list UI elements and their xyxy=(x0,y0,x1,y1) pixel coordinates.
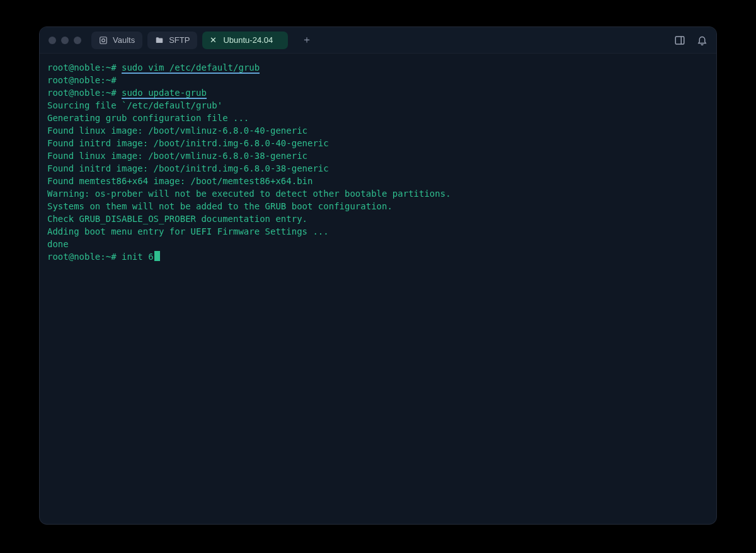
output-line: Warning: os-prober will not be executed … xyxy=(47,187,709,200)
output-line: Adding boot menu entry for UEFI Firmware… xyxy=(47,225,709,238)
cmd-update-grub: sudo update-grub xyxy=(122,88,207,99)
titlebar: Vaults SFTP ✕ Ubuntu-24.04 ＋ xyxy=(40,27,716,54)
cmd-init6: init 6 xyxy=(122,252,154,262)
maximize-dot[interactable] xyxy=(74,37,81,44)
prompt: root@noble:~# xyxy=(47,75,117,85)
tab-sftp[interactable]: SFTP xyxy=(147,32,197,49)
output-line: Found memtest86+x64 image: /boot/memtest… xyxy=(47,175,709,187)
bell-icon[interactable] xyxy=(697,35,707,45)
prompt: root@noble:~# xyxy=(47,252,117,262)
panel-icon[interactable] xyxy=(674,35,685,46)
tab-vaults-label: Vaults xyxy=(113,35,135,45)
tab-vaults[interactable]: Vaults xyxy=(91,32,142,49)
output-line: Systems on them will not be added to the… xyxy=(47,200,709,212)
output-line: done xyxy=(47,238,709,250)
new-tab-button[interactable]: ＋ xyxy=(298,32,316,49)
output-line: Found initrd image: /boot/initrd.img-6.8… xyxy=(47,137,709,149)
svg-rect-0 xyxy=(100,37,107,44)
window-controls xyxy=(49,37,86,44)
tab-close-icon[interactable]: ✕ xyxy=(210,35,217,45)
close-dot[interactable] xyxy=(49,37,56,44)
prompt: root@noble:~# xyxy=(47,88,117,98)
tab-sftp-label: SFTP xyxy=(169,35,190,45)
svg-rect-2 xyxy=(675,37,684,44)
output-line: Found initrd image: /boot/initrd.img-6.8… xyxy=(47,162,709,175)
output-line: Found linux image: /boot/vmlinuz-6.8.0-4… xyxy=(47,124,709,137)
folder-icon xyxy=(155,36,164,45)
tab-ubuntu-active[interactable]: ✕ Ubuntu-24.04 xyxy=(202,32,288,49)
terminal-window: Vaults SFTP ✕ Ubuntu-24.04 ＋ xyxy=(39,26,717,525)
output-line: Check GRUB_DISABLE_OS_PROBER documentati… xyxy=(47,212,709,225)
output-line: Generating grub configuration file ... xyxy=(47,112,709,124)
prompt: root@noble:~# xyxy=(47,62,117,73)
tab-ubuntu-label: Ubuntu-24.04 xyxy=(223,35,273,45)
output-line: Sourcing file `/etc/default/grub' xyxy=(47,99,709,112)
cursor xyxy=(154,251,160,261)
minimize-dot[interactable] xyxy=(61,37,69,44)
svg-point-1 xyxy=(102,38,105,42)
titlebar-actions xyxy=(674,35,707,46)
cmd-sudo-vim: sudo vim /etc/default/grub xyxy=(122,62,260,74)
output-line: Found linux image: /boot/vmlinuz-6.8.0-3… xyxy=(47,149,709,162)
vault-icon xyxy=(99,36,108,45)
terminal-output[interactable]: root@noble:~# sudo vim /etc/default/grub… xyxy=(40,54,716,524)
